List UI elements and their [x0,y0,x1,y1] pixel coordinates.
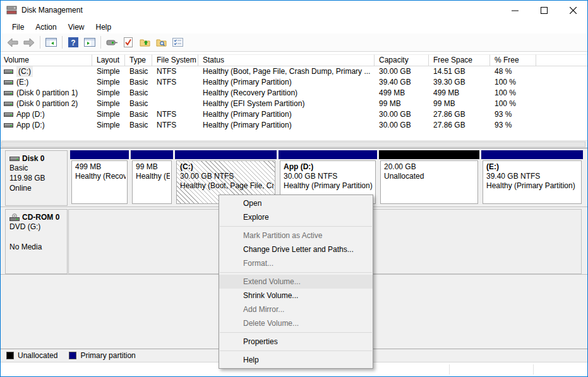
disk0-label-box[interactable]: Disk 0 Basic 119.98 GB Online [5,150,68,206]
partition-band [279,150,377,159]
partition-band [70,150,129,159]
capacity-cell: 99 MB [375,99,429,109]
cdrom-media: No Media [9,242,64,252]
menu-item-properties[interactable]: Properties [219,335,373,349]
checklist-button[interactable] [169,35,186,50]
legend-swatch-unallocated [6,352,14,359]
menu-help[interactable]: Help [90,21,117,33]
layout-cell: Simple [92,109,125,120]
cdrom-label-box[interactable]: CD-ROM 0 DVD (G:) No Media [5,209,68,274]
volume-name: (C:) [16,66,33,77]
column-header-status[interactable]: Status [198,54,375,66]
partition-e[interactable]: (E:) 39.40 GB NTFS Healthy (Primary Part… [481,150,583,206]
type-cell: Basic [125,66,152,77]
toolbar-separator [100,36,101,49]
type-cell: Basic [125,88,152,99]
show-console-tree-button[interactable] [43,35,59,50]
volume-icon [4,80,13,85]
forward-button[interactable] [21,35,37,50]
volume-row-partition1[interactable]: (Disk 0 partition 1) Simple Basic Health… [1,88,587,99]
legend-label-primary-partition: Primary partition [80,351,135,360]
device-button[interactable] [104,35,120,50]
column-header-file-system[interactable]: File System [152,54,198,66]
back-icon [7,38,18,47]
volume-row-partition2[interactable]: (Disk 0 partition 2) Simple Basic Health… [1,99,587,109]
legend-swatch-primary-partition [69,352,76,359]
partition-name: (C:) [180,162,273,172]
folder-search-button[interactable] [153,35,169,50]
volume-row-d2[interactable]: App (D:) Simple Basic NTFS Healthy (Prim… [1,120,587,131]
column-header-layout[interactable]: Layout [92,54,125,66]
menu-separator [220,272,372,273]
pct-free-cell: 93 % [490,120,536,131]
pct-free-cell: 93 % [490,109,536,120]
volume-row-e[interactable]: (E:) Simple Basic NTFS Healthy (Primary … [1,77,587,88]
folder-up-button[interactable] [136,35,153,50]
horizontal-scrollbar[interactable] [1,140,587,148]
volume-row-d1[interactable]: App (D:) Simple Basic NTFS Healthy (Prim… [1,109,587,120]
menu-item-shrink-volume[interactable]: Shrink Volume... [219,289,373,302]
toolbar: ? [1,33,587,52]
menu-action[interactable]: Action [30,21,62,33]
menu-view[interactable]: View [63,21,90,33]
volume-icon [4,90,13,96]
free-space-cell: 99 MB [429,99,490,109]
column-header-volume[interactable]: Volume [1,54,92,66]
column-header-free-space[interactable]: Free Space [429,54,490,66]
fs-cell: NTFS [152,66,198,77]
title-bar[interactable]: Disk Management [1,1,587,20]
layout-cell: Simple [92,88,125,99]
maximize-button[interactable] [529,1,558,20]
type-cell: Basic [125,99,152,109]
back-button[interactable] [4,35,21,50]
menu-item-help[interactable]: Help [219,353,373,367]
checklist-icon [172,38,183,47]
free-space-cell: 27.86 GB [429,109,490,120]
menu-item-explore[interactable]: Explore [219,210,373,224]
fs-cell: NTFS [152,120,198,131]
show-action-pane-button[interactable] [81,35,98,50]
cdrom-icon [9,213,20,221]
scrollbar-thumb[interactable] [1,141,585,147]
partition-recovery[interactable]: 499 MB Healthy (Recov [70,150,129,206]
close-button[interactable] [558,1,587,20]
help-icon: ? [68,37,78,47]
volume-icon [4,123,13,128]
volume-icon [4,69,13,75]
menu-item-mark-partition-active: Mark Partition as Active [219,229,373,242]
column-header-type[interactable]: Type [125,54,152,66]
volume-list-header: Volume Layout Type File System Status Ca… [1,54,587,66]
partition-band [481,150,583,159]
partition-efi[interactable]: 99 MB Healthy (EI [131,150,173,206]
partition-unallocated[interactable]: 20.00 GB Unallocated [379,150,479,206]
column-header-pct-free[interactable]: % Free [490,54,536,66]
free-space-cell: 499 MB [429,88,490,99]
partition-band [379,150,479,159]
menu-file[interactable]: File [6,21,30,33]
volume-icon [4,112,13,117]
fs-cell [152,88,198,99]
partition-band [131,150,173,159]
volume-name: App (D:) [16,109,45,120]
status-bar-divider [449,364,450,374]
disk-management-window: Disk Management File Action View Help [0,0,588,377]
volume-row-c[interactable]: (C:) Simple Basic NTFS Healthy (Boot, Pa… [1,66,587,77]
disk0-status: Online [9,183,64,193]
menu-item-open[interactable]: Open [219,196,373,210]
help-button[interactable]: ? [65,35,81,50]
menu-separator [220,332,372,333]
capacity-cell: 39.40 GB [375,77,429,88]
layout-cell: Simple [92,77,125,88]
partition-band [175,150,277,159]
menu-item-change-drive-letter[interactable]: Change Drive Letter and Paths... [219,242,373,256]
action-pane-icon [84,38,95,47]
check-document-button[interactable] [120,35,136,50]
partition-name: (E:) [486,162,580,172]
partition-name: App (D:) [284,162,374,172]
close-icon [570,7,577,14]
minimize-button[interactable] [500,1,529,20]
layout-cell: Simple [92,99,125,109]
column-header-capacity[interactable]: Capacity [375,54,429,66]
volume-icon [4,101,13,107]
minimize-icon [512,7,519,14]
